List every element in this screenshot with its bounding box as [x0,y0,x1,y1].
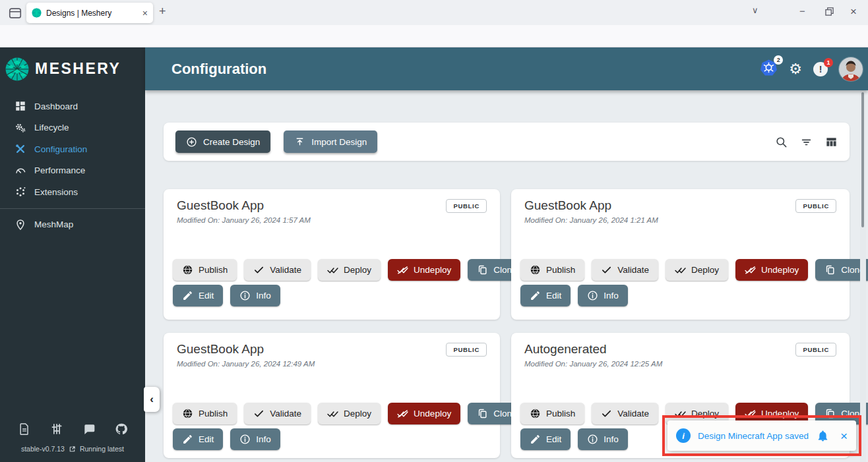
sidebar-item-extensions[interactable]: Extensions [0,181,145,203]
validate-button[interactable]: Validate [592,403,658,424]
card-actions-row-2: Edit Info [173,285,280,306]
globe-icon [530,264,541,275]
meshery-favicon [32,8,42,18]
sidebar-item-meshmap[interactable]: MeshMap [0,214,145,236]
undeploy-icon [397,264,408,275]
toast-close-button[interactable]: × [840,430,848,442]
undeploy-button[interactable]: Undeploy [735,259,808,281]
kubernetes-context-button[interactable]: 2 [760,59,778,79]
sidebar-collapse-button[interactable]: ‹ [144,387,160,412]
clone-icon [824,264,836,275]
check-icon [601,408,612,419]
design-modified: Modified On: January 26, 2024 12:25 AM [524,360,662,368]
tab-list-button[interactable]: ∨ [752,5,759,15]
github-icon[interactable] [115,422,128,436]
sidebar-nav: Dashboard Lifecycle Configuration Perfor… [0,90,145,235]
design-modified: Modified On: January 26, 2024 1:21 AM [524,216,658,224]
chat-icon[interactable] [82,422,96,436]
clone-icon [824,408,836,419]
notification-button[interactable]: ! 1 [813,62,828,76]
info-button[interactable]: Info [578,428,628,450]
sidebar-item-dashboard[interactable]: Dashboard [0,96,145,117]
card-actions-row-2: Edit Info [520,285,628,306]
edit-icon [530,290,541,301]
window-restore-button[interactable] [825,7,834,16]
search-icon[interactable] [775,136,788,148]
undeploy-button[interactable]: Undeploy [388,403,460,424]
validate-button[interactable]: Validate [592,259,658,281]
publish-button[interactable]: Publish [520,403,584,424]
design-card: GuestBook App Modified On: January 26, 2… [511,189,850,320]
gauge-icon [15,165,26,177]
sidebar-divider [0,208,145,209]
visibility-badge: PUBLIC [446,343,487,357]
new-tab-button[interactable]: + [159,5,166,18]
publish-button[interactable]: Publish [173,259,237,281]
design-title: Autogenerated [524,342,607,357]
dashboard-icon [15,100,26,112]
card-actions-row-2: Edit Info [520,428,628,450]
publish-button[interactable]: Publish [173,403,237,424]
bell-icon[interactable] [817,430,829,442]
gear-icon: ⚙ [789,61,802,77]
designs-toolbar: Create Design Import Design [164,123,850,161]
docs-icon[interactable] [18,422,31,436]
external-link-icon[interactable] [69,446,76,453]
deploy-button[interactable]: Deploy [318,259,381,281]
validate-button[interactable]: Validate [244,259,311,281]
card-actions-row-1: Publish Validate Deploy Undeploy [173,259,526,281]
filter-icon[interactable] [800,136,813,148]
scrollbar-thumb[interactable] [861,92,864,227]
info-button[interactable]: Info [230,428,280,450]
edit-button[interactable]: Edit [520,428,571,450]
design-title: GuestBook App [177,342,264,357]
meshery-logo-icon [5,57,29,81]
sidebar-item-lifecycle[interactable]: Lifecycle [0,117,145,139]
sidebar-item-performance[interactable]: Performance [0,160,145,182]
edit-button[interactable]: Edit [173,428,223,450]
undeploy-button[interactable]: Undeploy [388,259,460,281]
deploy-button[interactable]: Deploy [318,403,381,424]
meshery-logo[interactable]: MESHERY [0,47,145,90]
info-icon [587,434,598,445]
edit-button[interactable]: Edit [520,285,571,306]
sidebar-item-label: Configuration [34,144,87,154]
import-design-button[interactable]: Import Design [284,130,377,153]
double-check-icon [675,408,686,419]
edit-icon [182,434,193,445]
check-icon [253,408,264,419]
page-title: Configuration [171,61,760,78]
create-design-button[interactable]: Create Design [175,130,270,153]
settings-button[interactable]: ⚙ [789,62,802,76]
toast-message: Design Minecraft App saved [698,431,809,441]
tab-close-button[interactable]: × [142,9,148,18]
browser-tab-bar: Designs | Meshery × + ∨ − × [0,0,868,25]
user-avatar[interactable] [839,57,863,81]
card-actions-row-2: Edit Info [173,428,280,450]
extensions-icon [15,186,26,198]
sidebar-item-label: Lifecycle [34,123,69,132]
sidebar-item-label: Performance [34,165,85,175]
gears-icon [15,122,26,134]
meshery-logo-text: MESHERY [35,60,121,78]
validate-button[interactable]: Validate [244,403,311,424]
window-close-button[interactable]: × [850,5,857,18]
clone-icon [477,264,488,275]
undeploy-icon [397,408,408,419]
info-icon [239,290,251,301]
info-button[interactable]: Info [578,285,628,306]
table-view-icon[interactable] [825,136,838,148]
publish-button[interactable]: Publish [520,259,584,281]
edit-button[interactable]: Edit [173,285,223,306]
browser-tab[interactable]: Designs | Meshery × [26,3,153,23]
browser-toolbar: https://playground.meshery.io/configurat… [0,25,868,47]
window-minimize-button[interactable]: − [799,5,805,16]
info-button[interactable]: Info [230,285,280,306]
tune-icon[interactable] [50,422,63,436]
plus-circle-icon [186,136,197,148]
sidebar-item-configuration[interactable]: Configuration [0,138,145,160]
deploy-button[interactable]: Deploy [666,259,728,281]
sidebar: MESHERY Dashboard Lifecycle Configuratio… [0,47,145,462]
double-check-icon [327,408,338,419]
firefox-view-icon[interactable] [8,6,22,20]
